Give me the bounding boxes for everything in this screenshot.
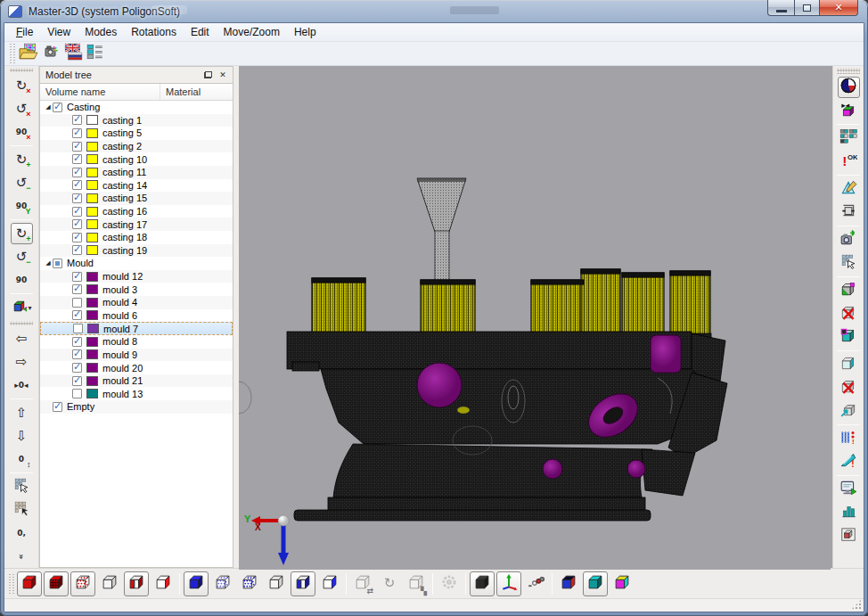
grid-pick-button[interactable] [11,476,33,497]
center-horizontal-button[interactable]: ▸0◂ [11,374,33,396]
tree-row-casting-15[interactable]: casting 15 [40,192,233,205]
visibility-checkbox[interactable] [72,219,82,229]
casting-half-button[interactable] [124,571,149,596]
title-bar[interactable]: Master-3D (system PoligonSoft) ✕ [0,0,868,22]
color-swatch[interactable] [86,207,98,217]
visibility-checkbox[interactable] [53,259,62,268]
close-panel-button[interactable]: ✕ [217,70,229,81]
more-buttons-chevron[interactable]: » [11,546,33,567]
volume-table-button[interactable] [838,127,860,149]
tree-row-mould-12[interactable]: mould 12 [40,270,233,283]
transform-cut-button[interactable]: ▚ [404,571,429,596]
rotate-90-button[interactable]: 90 [11,269,33,291]
clamp-volume-button[interactable] [838,201,860,223]
tree-row-casting-14[interactable]: casting 14 [40,179,233,193]
statistics-button[interactable] [838,502,860,523]
tree-row-casting[interactable]: ◢Casting [40,101,233,114]
tree-row-mould-9[interactable]: mould 9 [40,349,233,362]
menu-help[interactable]: Help [287,24,323,40]
zero-coords-button[interactable]: 0, [11,522,33,544]
expand-arrow-icon[interactable]: ◢ [44,259,53,267]
mould-points-sparse-button[interactable] [210,571,235,596]
resize-grip[interactable] [851,599,862,610]
visibility-checkbox[interactable] [72,193,82,203]
grid-pick-alt-button[interactable] [11,499,33,521]
tree-row-casting-2[interactable]: casting 2 [40,140,233,153]
tree-row-casting-10[interactable]: casting 10 [40,152,233,166]
menu-file[interactable]: File [9,24,40,40]
color-swatch[interactable] [86,272,98,282]
lighting-button[interactable]: ✳ [470,571,495,596]
visibility-checkbox[interactable] [72,349,82,359]
rotate-ccw-disabled-button[interactable]: ↺× [11,98,33,119]
menu-edit[interactable]: Edit [184,24,217,40]
color-swatch[interactable] [86,128,98,138]
cut-volume-button[interactable] [838,280,860,301]
toolbar-grip[interactable] [10,68,33,72]
casting-points-button[interactable] [70,571,95,596]
visibility-checkbox[interactable] [72,376,82,386]
mould-edges-button[interactable] [317,571,342,596]
open-project-button[interactable] [17,43,39,64]
close-button[interactable]: ✕ [819,0,858,16]
visibility-checkbox[interactable] [53,103,62,112]
toolbar-grip[interactable] [837,68,860,74]
color-swatch[interactable] [86,245,98,255]
maximize-button[interactable] [794,0,819,16]
panel-settings-button[interactable] [84,43,106,64]
color-swatch[interactable] [86,233,98,242]
mould-points-button[interactable] [237,571,262,596]
extract-volume-button[interactable] [838,400,860,422]
menu-move-zoom[interactable]: Move/Zoom [217,24,287,40]
fit-object-button[interactable]: ▸◂ [838,100,860,121]
transform-rotate-button[interactable]: ↻ [377,571,402,596]
check-mesh-button[interactable]: ! [838,428,860,449]
visibility-checkbox[interactable] [72,207,82,217]
tree-row-mould-7[interactable]: mould 7 [40,322,233,335]
edit-mesh-button[interactable] [838,178,860,200]
casting-edges-button[interactable] [151,571,176,596]
move-up-button[interactable]: ⇧ [11,402,33,423]
rotate-90-disabled-button[interactable]: 90× [11,121,33,143]
tree-row-casting-17[interactable]: casting 17 [40,218,233,231]
color-swatch[interactable] [86,337,98,347]
mould-solid-button[interactable] [184,571,209,596]
menu-view[interactable]: View [40,24,78,40]
mould-hidden-button[interactable] [264,571,289,596]
color-swatch[interactable] [86,180,98,190]
move-left-button[interactable]: ⇦ [11,328,33,349]
model-tree-header[interactable]: Model tree ✕ [40,67,233,83]
visibility-checkbox[interactable] [72,168,82,177]
snapshot-button[interactable] [39,43,61,64]
tree-row-mould-13[interactable]: mould 13 [40,387,233,400]
center-vertical-button[interactable]: 0↕ [11,448,33,470]
color-swatch[interactable] [86,142,98,152]
visibility-checkbox[interactable] [72,298,82,308]
float-panel-button[interactable] [201,70,214,81]
move-right-button[interactable]: ⇨ [11,351,33,373]
rotate-plus-y-button[interactable]: ↻+ [11,149,33,170]
mould-casting-view-button[interactable] [556,571,581,596]
color-swatch[interactable] [86,376,98,386]
visibility-checkbox[interactable] [72,154,82,164]
select-face-button[interactable] [838,354,860,375]
volume-corner-button[interactable] [838,326,860,348]
visibility-checkbox[interactable] [72,245,82,255]
rotate-plus-button[interactable]: ↻+ [11,223,33,244]
visibility-checkbox[interactable] [72,115,82,125]
rotate-minus-y-button[interactable]: ↺− [11,172,33,193]
casting-hidden-button[interactable] [97,571,122,596]
visibility-checkbox[interactable] [72,337,82,347]
export-view-button[interactable] [838,229,860,251]
color-swatch[interactable] [86,349,98,359]
viewport-3d[interactable]: Y X [239,66,832,568]
casting-wireframe-button[interactable] [44,571,69,596]
visibility-checkbox[interactable] [72,180,82,190]
color-swatch[interactable] [86,154,98,164]
tree-row-mould[interactable]: ◢Mould [40,257,233,270]
bounding-box-button[interactable] [838,525,860,546]
delete-volume-button[interactable] [838,303,860,324]
tree-row-mould-4[interactable]: mould 4 [40,296,233,309]
color-swatch[interactable] [87,324,99,333]
column-material[interactable]: Material [160,84,201,100]
